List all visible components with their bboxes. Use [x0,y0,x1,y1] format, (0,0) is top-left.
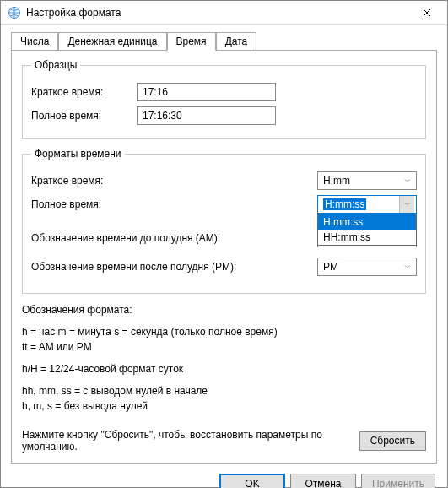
reset-button[interactable]: Сбросить [359,431,426,451]
titlebar: Настройка формата [1,1,447,25]
dropdown-button[interactable]: ﹀ [399,196,414,213]
notes-heading: Обозначения формата: [22,302,426,317]
reset-row: Нажмите кнопку "Сбросить", чтобы восстан… [22,429,426,453]
pm-symbol-value: PM [323,261,338,273]
tab-time[interactable]: Время [167,32,216,51]
notes-line: h/H = 12/24-часовой формат суток [22,361,426,377]
cancel-button[interactable]: Отмена [290,474,356,488]
chevron-down-icon: ﹀ [404,200,411,209]
dropdown-option[interactable]: HH:mm:ss [318,230,416,245]
long-time-sample-label: Полное время: [31,110,137,122]
content-area: Числа Денежная единица Время Дата Образц… [1,25,447,467]
pm-symbol-label: Обозначение времени после полудня (PM): [31,261,284,273]
ok-button[interactable]: OK [219,474,285,488]
formats-group: Форматы времени Краткое время: H:mm ﹀ По… [22,148,426,294]
tab-strip: Числа Денежная единица Время Дата [11,32,437,51]
format-notation-help: Обозначения формата: h = час m = минута … [22,302,426,414]
window: Настройка формата Числа Денежная единица… [0,0,448,488]
tab-numbers[interactable]: Числа [11,32,58,51]
samples-legend: Образцы [31,59,80,71]
long-time-format-combo[interactable]: H:mm:ss ﹀ H:mm:ss HH:mm:ss [317,195,417,214]
short-time-sample-value: 17:16 [137,83,276,101]
am-symbol-label: Обозначение времени до полудня (AM): [31,232,284,244]
chevron-down-icon: ﹀ [401,263,414,272]
long-time-format-label: Полное время: [31,198,137,210]
short-time-format-value: H:mm [323,175,350,187]
window-title: Настройка формата [26,7,408,19]
short-time-format-combo[interactable]: H:mm ﹀ [317,171,417,190]
chevron-down-icon: ﹀ [401,176,414,186]
long-time-format-dropdown: H:mm:ss HH:mm:ss [317,214,417,246]
notes-line: h, m, s = без вывода нулей [22,400,148,412]
dropdown-option[interactable]: H:mm:ss [318,214,416,230]
apply-button[interactable]: Применить [361,474,435,488]
samples-group: Образцы Краткое время: 17:16 Полное врем… [22,59,426,139]
notes-line: hh, mm, ss = с выводом нулей в начале [22,385,208,397]
tab-currency[interactable]: Денежная единица [58,32,166,51]
tab-panel-time: Образцы Краткое время: 17:16 Полное врем… [11,50,437,464]
formats-legend: Форматы времени [31,148,125,160]
tab-date[interactable]: Дата [216,32,257,51]
dialog-footer: OK Отмена Применить [1,467,447,488]
close-button[interactable] [408,1,445,24]
notes-line: tt = AM или PM [22,341,92,353]
long-time-sample-value: 17:16:30 [137,106,276,125]
notes-line: h = час m = минута s = секунда (только п… [22,326,278,338]
short-time-format-label: Краткое время: [31,175,137,187]
globe-icon [8,6,21,19]
long-time-format-value: H:mm:ss [323,198,366,210]
pm-symbol-combo[interactable]: PM ﹀ [317,258,417,276]
short-time-sample-label: Краткое время: [31,86,137,98]
reset-description: Нажмите кнопку "Сбросить", чтобы восстан… [22,429,359,453]
